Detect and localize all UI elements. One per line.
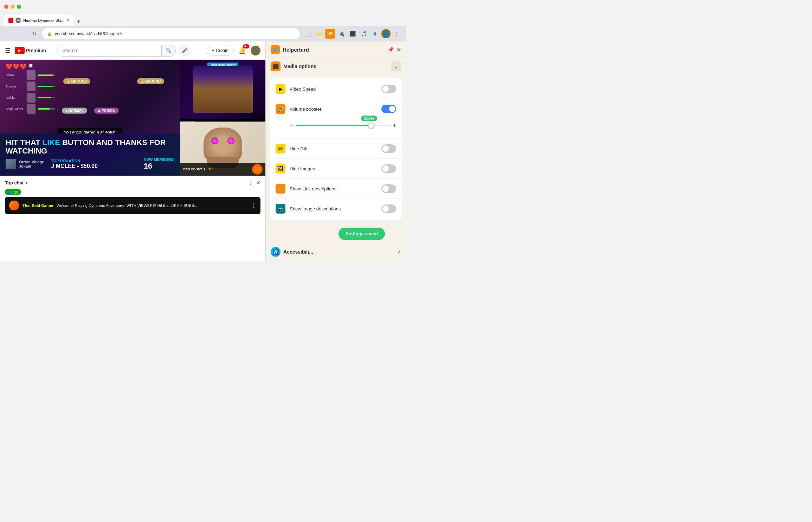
streamer-face [193, 66, 253, 113]
hearts-display: ❤️❤️❤️🔲 [6, 63, 33, 70]
player-hp-bar [38, 86, 55, 87]
video-container[interactable]: Baldie Eragon Archie [0, 60, 265, 176]
main-layout: ☰ Premium 🔍 🎤 + Create � [0, 41, 406, 261]
youtube-menu-button[interactable]: ☰ [5, 47, 11, 54]
show-image-descriptions-option: 📷 Show Image descriptions [270, 199, 402, 218]
player-hp-bar [38, 108, 55, 110]
helperbird-pin-button[interactable]: 📌 [388, 47, 394, 52]
show-link-descriptions-toggle[interactable] [381, 184, 396, 193]
hide-images-option: 🖼 Hide images [270, 159, 402, 179]
den-count-bar: DEN COUNT: 7 SHI [180, 163, 265, 176]
volume-slider-track[interactable]: 100% [296, 125, 390, 126]
member-icon: 👥 [8, 190, 13, 194]
active-tab[interactable]: (10) Heatran Dynamax Shi... ✕ [4, 15, 74, 26]
cast-icon[interactable]: ⬜ [303, 29, 312, 39]
media-options-section-header: ⬛ Media options ⌄ [266, 58, 406, 75]
notifications-button[interactable]: 🔔 9+ [237, 45, 248, 56]
banner-avatar-row: Ordon Village Jokabi [6, 159, 44, 169]
search-input[interactable] [62, 48, 156, 53]
banner-highlight: LIKE [43, 138, 60, 147]
tab-close-button[interactable]: ✕ [66, 18, 70, 23]
video-speed-icon: ▶ [276, 84, 285, 94]
chat-title-row[interactable]: Top chat ▾ [5, 180, 27, 185]
address-bar[interactable]: 🔒 youtube.com/watch?v=NP0ltnogm7s [42, 28, 300, 39]
channel-name: That Bald Gamer [22, 203, 53, 208]
back-button[interactable]: ← [4, 29, 14, 39]
bookmark-icon[interactable]: ⭐ [314, 29, 324, 39]
extensions-icon[interactable]: 🔌 [336, 29, 346, 39]
maximize-traffic-light[interactable] [17, 5, 21, 9]
new-tab-button[interactable]: + [74, 17, 83, 26]
search-box[interactable] [57, 45, 162, 57]
forward-button[interactable]: → [17, 29, 27, 39]
accessibility-expand-button[interactable]: ∧ [398, 249, 401, 255]
video-speed-label: Video Speed [290, 86, 377, 92]
den-count-suffix: SHI [208, 168, 213, 171]
type-badge-ground2: ▲ GROUND [137, 78, 164, 84]
chat-message-more-button[interactable]: ⋮ [251, 202, 256, 209]
banner-members-label: NEW MEMBERS: [144, 157, 175, 162]
search-button[interactable]: 🔍 [162, 45, 176, 57]
tab-notification-badge: (10) [15, 18, 21, 23]
chat-chevron-icon: ▾ [26, 181, 27, 185]
youtube-logo-text: Premium [26, 48, 46, 53]
extension-helperbird-icon[interactable]: HB [325, 29, 335, 39]
volume-slider-thumb[interactable] [368, 122, 374, 129]
close-traffic-light[interactable] [4, 5, 8, 9]
chat-messages: 👥 10 That Bald Gamer Welcome! Playing Dy… [5, 189, 260, 214]
volume-booster-toggle[interactable] [381, 105, 396, 113]
chat-badge-row: 👥 10 [5, 189, 260, 195]
minimize-traffic-light[interactable] [11, 5, 15, 9]
player-list: Baldie Eragon Archie [6, 70, 55, 114]
banner-donation-row: Ordon Village Jokabi TOP DONATION: J MCL… [6, 157, 175, 171]
video-section: Baldie Eragon Archie [0, 60, 265, 261]
video-speed-toggle[interactable] [381, 85, 396, 93]
show-image-descriptions-label: Show Image descriptions [290, 206, 377, 211]
stream-overlay-right: That Bald Gamer Top chat → VrayMatt312: … [180, 60, 265, 176]
show-link-descriptions-option: 🔗 Show Link descriptions [270, 179, 402, 199]
media-options-panel: ▶ Video Speed 🔊 Volume booster − 100% [270, 78, 402, 220]
chat-member-badge: 👥 10 [5, 189, 21, 195]
show-link-descriptions-icon: 🔗 [276, 184, 285, 194]
media-options-title: Media options [283, 64, 388, 69]
accessibility-icon: ♿ [271, 247, 281, 257]
hide-gifs-label: Hide Gifs [290, 146, 377, 151]
helperbird-title: Helperbird [283, 47, 385, 53]
volume-booster-option: 🔊 Volume booster − 100% + [270, 99, 402, 139]
chat-close-button[interactable]: ✕ [256, 180, 260, 186]
profile-avatar[interactable]: 👤 [381, 29, 391, 38]
refresh-button[interactable]: ↻ [30, 29, 39, 39]
chat-actions: ⋮ ✕ [247, 180, 260, 186]
hide-gifs-option: GIF Hide Gifs [270, 139, 402, 159]
volume-increase-button[interactable]: + [393, 122, 396, 129]
streamer-webcam: That Bald Gamer [180, 60, 265, 119]
chat-more-options-button[interactable]: ⋮ [247, 180, 253, 186]
list-item: Archie [6, 93, 55, 103]
accessibility-label: Accessibili... [283, 249, 395, 255]
media-options-collapse-button[interactable]: ⌄ [391, 61, 401, 71]
user-avatar[interactable]: 👤 [251, 46, 260, 56]
header-actions: + Create 🔔 9+ 👤 [207, 45, 260, 56]
show-image-descriptions-toggle[interactable] [381, 204, 396, 213]
hide-images-toggle[interactable] [381, 164, 396, 173]
voice-search-button[interactable]: 🎤 [179, 45, 191, 57]
volume-decrease-button[interactable]: − [290, 122, 293, 129]
create-button[interactable]: + Create [207, 46, 234, 56]
member-count: 10 [14, 190, 18, 194]
list-item: Eragon [6, 81, 55, 91]
youtube-logo: Premium [15, 47, 46, 54]
player-hp-bar [38, 97, 55, 98]
accessibility-section: ♿ Accessibili... ∧ [266, 243, 406, 261]
download-icon[interactable]: ⬇ [370, 29, 380, 39]
pokemon-image: DEN COUNT: 7 SHI [180, 122, 265, 176]
youtube-logo-icon [15, 47, 25, 54]
menu-icon[interactable]: ⋮ [392, 29, 402, 39]
tab-bar: (10) Heatran Dynamax Shi... ✕ + [0, 13, 406, 26]
hide-gifs-toggle[interactable] [381, 144, 396, 153]
helperbird-close-button[interactable]: ✕ [397, 46, 401, 53]
media-icon[interactable]: 🎵 [359, 29, 369, 39]
chat-message-content: Welcome! Playing Dynamax Adventures WITH… [57, 203, 197, 208]
banner-donation-label: TOP DONATION: [51, 159, 98, 163]
type-badge-poison: ◆ POISON [94, 108, 119, 114]
sidebar-icon[interactable]: ⬛ [348, 29, 357, 39]
